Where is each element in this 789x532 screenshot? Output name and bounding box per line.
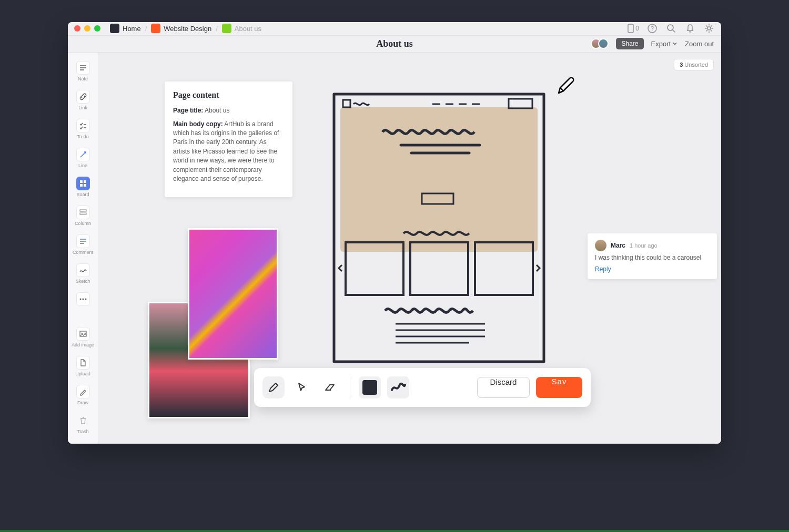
page-title: About us — [376, 38, 413, 49]
pencil-tool[interactable] — [262, 376, 285, 398]
sidebar-item-label: Sketch — [76, 279, 90, 284]
sketch-icon — [76, 263, 90, 277]
svg-rect-15 — [84, 184, 86, 187]
unsorted-count: 3 — [680, 62, 683, 68]
sidebar-item-label: Add image — [72, 342, 94, 347]
svg-point-22 — [82, 299, 84, 300]
discard-label: Discard — [490, 377, 517, 386]
pointer-tool[interactable] — [291, 376, 313, 398]
canvas[interactable]: 3Unsorted Page content Page title: About… — [98, 53, 721, 444]
reference-image-paint[interactable] — [188, 228, 278, 360]
trash-icon — [76, 414, 90, 427]
breadcrumb-home-label: Home — [123, 25, 141, 33]
export-button[interactable]: Export — [651, 40, 678, 48]
sidebar-item-upload[interactable]: Upload — [70, 353, 96, 380]
brush-style[interactable] — [387, 376, 409, 398]
sidebar-item-more[interactable] — [70, 289, 96, 309]
comment-reply-button[interactable]: Reply — [595, 265, 710, 273]
draw-icon — [76, 385, 90, 398]
sidebar-item-label: Board — [76, 192, 89, 197]
breadcrumb-project[interactable]: Website Design — [151, 24, 211, 33]
minimize-window[interactable] — [84, 25, 90, 32]
toolbar-separator — [350, 377, 350, 398]
breadcrumb-current-label: About us — [235, 25, 261, 33]
svg-point-5 — [707, 27, 711, 30]
home-chip-icon — [110, 24, 119, 33]
discard-button[interactable]: Discard — [477, 377, 530, 398]
page-content-note[interactable]: Page content Page title: About us Main b… — [165, 81, 292, 197]
sidebar-item-sketch[interactable]: Sketch — [70, 260, 96, 287]
unsorted-badge[interactable]: 3Unsorted — [674, 59, 714, 70]
search-button[interactable] — [665, 23, 677, 34]
breadcrumb-project-label: Website Design — [164, 25, 211, 33]
pencil-decoration-icon — [555, 76, 576, 97]
breadcrumb-current[interactable]: About us — [222, 24, 261, 33]
image-icon — [76, 327, 90, 341]
sidebar: Note Link To-do Line Board Column Commen… — [68, 53, 98, 444]
draw-toolbar: Discard Sav — [254, 368, 591, 407]
save-button[interactable]: Sav — [536, 377, 582, 398]
help-button[interactable]: ? — [646, 23, 658, 34]
sidebar-item-label: Comment — [73, 250, 93, 255]
comment-timestamp: 1 hour ago — [630, 242, 658, 249]
device-indicator[interactable]: 0 — [627, 24, 639, 33]
eraser-icon — [323, 381, 337, 394]
maximize-window[interactable] — [94, 25, 100, 32]
comment-icon — [76, 234, 90, 248]
gear-icon — [704, 23, 714, 34]
collaborator-avatars[interactable] — [591, 38, 609, 49]
svg-rect-12 — [80, 180, 83, 183]
link-icon — [76, 90, 90, 104]
main-body-label: Main body copy: — [173, 120, 223, 128]
footer-strip — [0, 530, 789, 532]
more-icon — [76, 292, 90, 306]
share-button[interactable]: Share — [616, 38, 643, 49]
comment-card[interactable]: Marc 1 hour ago I was thinking this coul… — [588, 233, 717, 279]
sidebar-item-todo[interactable]: To-do — [70, 116, 96, 142]
close-window[interactable] — [74, 25, 80, 32]
sidebar-item-comment[interactable]: Comment — [70, 231, 96, 258]
breadcrumb-separator: / — [145, 25, 147, 33]
toolbar: About us Share Export Zoom out — [68, 36, 721, 53]
svg-rect-0 — [628, 24, 633, 33]
swatch-color — [362, 380, 377, 395]
settings-button[interactable] — [703, 23, 715, 34]
sidebar-item-line[interactable]: Line — [70, 145, 96, 171]
sidebar-item-board[interactable]: Board — [70, 173, 96, 200]
comment-header: Marc 1 hour ago — [595, 240, 710, 251]
svg-rect-28 — [509, 99, 532, 108]
comment-author: Marc — [611, 242, 625, 249]
notifications-button[interactable] — [684, 23, 696, 34]
sidebar-item-draw[interactable]: Draw — [70, 382, 96, 408]
titlebar-right: 0 ? — [627, 23, 715, 34]
breadcrumb: Home / Website Design / About us — [110, 24, 261, 33]
breadcrumb-home[interactable]: Home — [110, 24, 141, 33]
svg-rect-27 — [343, 100, 350, 107]
sidebar-item-trash[interactable]: Trash — [70, 411, 96, 437]
svg-point-25 — [81, 333, 83, 334]
sidebar-item-label: Line — [78, 163, 87, 168]
sidebar-item-column[interactable]: Column — [70, 202, 96, 229]
page-title-value: About us — [205, 107, 229, 114]
sidebar-item-label: To-do — [77, 134, 89, 139]
sidebar-item-add-image[interactable]: Add image — [70, 324, 96, 351]
device-count-value: 0 — [635, 25, 639, 32]
page-chip-icon — [222, 24, 231, 33]
zoom-out-button[interactable]: Zoom out — [685, 40, 714, 48]
titlebar: Home / Website Design / About us 0 ? — [68, 22, 721, 36]
sidebar-item-link[interactable]: Link — [70, 87, 96, 114]
svg-rect-13 — [84, 180, 86, 183]
window-controls — [74, 25, 100, 32]
color-swatch[interactable] — [359, 376, 381, 398]
svg-point-3 — [667, 25, 673, 30]
svg-point-21 — [79, 299, 81, 300]
wireframe-sketch[interactable] — [332, 93, 545, 363]
eraser-tool[interactable] — [319, 376, 341, 398]
board-icon — [76, 177, 90, 190]
pointer-icon — [296, 381, 308, 394]
avatar — [595, 240, 606, 251]
toolbar-actions: Share Export Zoom out — [591, 38, 714, 49]
sidebar-item-note[interactable]: Note — [70, 58, 96, 85]
note-heading: Page content — [173, 89, 284, 101]
svg-text:?: ? — [651, 25, 654, 32]
